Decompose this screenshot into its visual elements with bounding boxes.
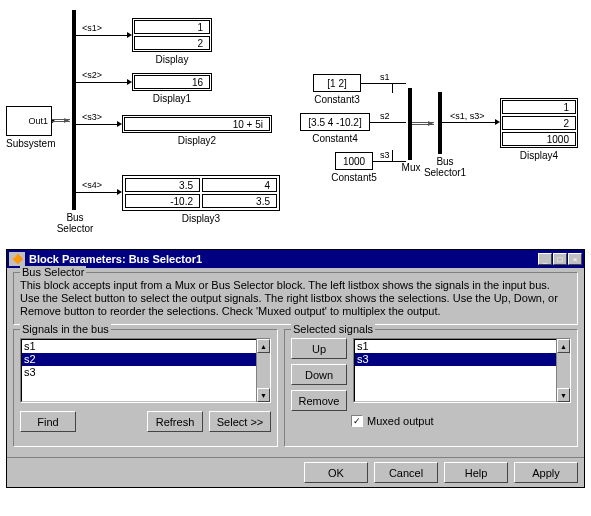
list-item[interactable]: s3	[22, 366, 269, 379]
dialog-button-bar: OK Cancel Help Apply	[7, 457, 584, 487]
signals-label: Signals in the bus	[20, 323, 111, 335]
constant-value: [3.5 4 -10.2]	[308, 117, 361, 128]
display3-block[interactable]: 3.5 4 -10.2 3.5	[122, 175, 280, 211]
bus-arrow-icon: ▸	[428, 117, 433, 128]
group-label: Bus Selector	[20, 266, 86, 278]
signal-label-s4: <s4>	[82, 180, 102, 190]
signal-label-s2: <s2>	[82, 70, 102, 80]
scroll-down-icon[interactable]: ▼	[257, 388, 270, 402]
select-button[interactable]: Select >>	[209, 411, 271, 432]
muxed-output-label: Muxed output	[367, 415, 434, 427]
display-block[interactable]: 1 2	[132, 18, 212, 52]
display-value: 3.5	[125, 178, 200, 192]
signal-label: s1	[380, 72, 390, 82]
selected-label: Selected signals	[291, 323, 375, 335]
dialog-title: Block Parameters: Bus Selector1	[29, 253, 538, 265]
signal-label: s2	[380, 111, 390, 121]
app-icon: 🔶	[9, 252, 25, 266]
ok-button[interactable]: OK	[304, 462, 368, 483]
bus-arrow-icon: ▸	[64, 114, 69, 125]
muxed-output-checkbox[interactable]: ✓	[351, 415, 363, 427]
wire	[442, 122, 498, 123]
wire	[392, 150, 393, 161]
signals-listbox[interactable]: s1 s2 s3 ▲ ▼	[20, 338, 271, 403]
wire	[76, 82, 130, 83]
scroll-up-icon[interactable]: ▲	[257, 339, 270, 353]
find-button[interactable]: Find	[20, 411, 76, 432]
minimize-button[interactable]: _	[538, 253, 552, 265]
bus-selector1-block[interactable]	[438, 92, 442, 154]
list-item[interactable]: s1	[22, 340, 269, 353]
scroll-up-icon[interactable]: ▲	[557, 339, 570, 353]
display-value: 3.5	[202, 194, 277, 208]
maximize-button[interactable]: □	[553, 253, 567, 265]
block-parameters-dialog: 🔶 Block Parameters: Bus Selector1 _ □ × …	[6, 249, 585, 488]
constant-value: 1000	[343, 156, 365, 167]
display1-caption: Display1	[132, 93, 212, 104]
display4-block[interactable]: 1 2 1000	[500, 98, 578, 148]
display2-block[interactable]: 10 + 5i	[122, 115, 272, 133]
scrollbar[interactable]: ▲ ▼	[256, 339, 270, 402]
signal-label-s3: <s3>	[82, 112, 102, 122]
wire	[361, 83, 406, 84]
constant5-caption: Constant5	[320, 172, 388, 183]
constant4-block[interactable]: [3.5 4 -10.2]	[300, 113, 370, 131]
list-item[interactable]: s1	[355, 340, 569, 353]
wire	[370, 122, 406, 123]
titlebar[interactable]: 🔶 Block Parameters: Bus Selector1 _ □ ×	[7, 250, 584, 268]
subsystem-caption: Subsystem	[6, 138, 52, 149]
scroll-down-icon[interactable]: ▼	[557, 388, 570, 402]
bus-selector-block[interactable]	[72, 10, 76, 210]
signal-label: s3	[380, 150, 390, 160]
cancel-button[interactable]: Cancel	[374, 462, 438, 483]
display-value: 2	[134, 36, 210, 50]
apply-button[interactable]: Apply	[514, 462, 578, 483]
wire	[76, 124, 120, 125]
simulink-diagram: Out1 Subsystem ▸ Bus Selector <s1> <s2> …	[0, 0, 591, 245]
display-value: 1	[502, 100, 576, 114]
description-text: This block accepts input from a Mux or B…	[20, 273, 571, 318]
close-button[interactable]: ×	[568, 253, 582, 265]
constant4-caption: Constant4	[300, 133, 370, 144]
bus-selector-caption: Bus Selector	[50, 212, 100, 234]
list-item[interactable]: s2	[22, 353, 269, 366]
display1-block[interactable]: 16	[132, 73, 212, 91]
display-value: 1	[134, 20, 210, 34]
wire	[76, 35, 130, 36]
constant3-block[interactable]: [1 2]	[313, 74, 361, 92]
wire	[392, 83, 393, 93]
display-value: 2	[502, 116, 576, 130]
display-value: 4	[202, 178, 277, 192]
display-value: 1000	[502, 132, 576, 146]
display3-caption: Display3	[122, 213, 280, 224]
signal-label: <s1, s3>	[450, 111, 485, 121]
remove-button[interactable]: Remove	[291, 390, 347, 411]
signals-group: Signals in the bus s1 s2 s3 ▲ ▼ F	[13, 329, 278, 447]
refresh-button[interactable]: Refresh	[147, 411, 203, 432]
up-button[interactable]: Up	[291, 338, 347, 359]
bus-selector1-caption: Bus Selector1	[420, 156, 470, 178]
selected-group: Selected signals Up Down Remove s1 s3	[284, 329, 578, 447]
description-group: Bus Selector This block accepts input fr…	[13, 272, 578, 325]
wire	[76, 192, 120, 193]
subsystem-block[interactable]: Out1	[6, 106, 52, 136]
display2-caption: Display2	[122, 135, 272, 146]
display-value: 16	[134, 75, 210, 89]
display-value: -10.2	[125, 194, 200, 208]
scrollbar[interactable]: ▲ ▼	[556, 339, 570, 402]
display4-caption: Display4	[500, 150, 578, 161]
down-button[interactable]: Down	[291, 364, 347, 385]
constant3-caption: Constant3	[303, 94, 371, 105]
constant-value: [1 2]	[327, 78, 346, 89]
display-caption: Display	[132, 54, 212, 65]
display-value: 10 + 5i	[124, 117, 270, 131]
signal-label-s1: <s1>	[82, 23, 102, 33]
subsystem-port-label: Out1	[28, 116, 48, 126]
help-button[interactable]: Help	[444, 462, 508, 483]
constant5-block[interactable]: 1000	[335, 152, 373, 170]
list-item[interactable]: s3	[355, 353, 569, 366]
selected-listbox[interactable]: s1 s3 ▲ ▼	[353, 338, 571, 403]
